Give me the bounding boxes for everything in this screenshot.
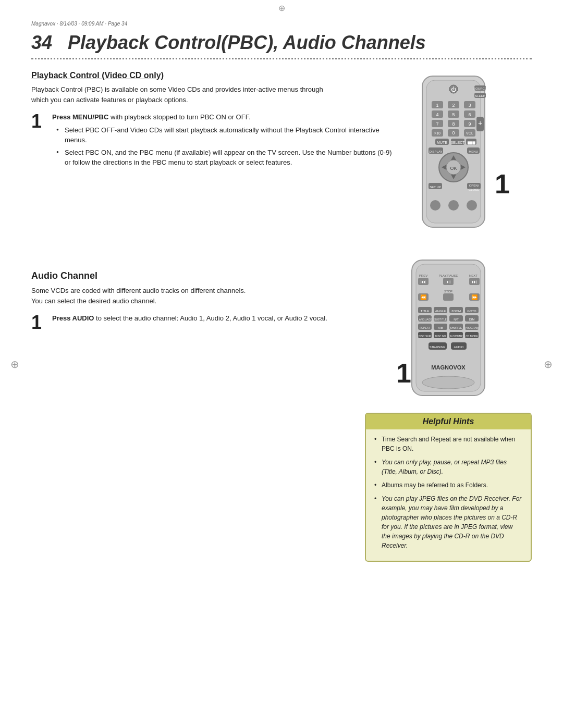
audio-step1-content: Press AUDIO to select the audio channel:… — [52, 313, 327, 324]
svg-text:MUTE: MUTE — [437, 141, 447, 144]
svg-text:SET UP: SET UP — [430, 186, 441, 189]
svg-text:⏩: ⏩ — [471, 294, 478, 301]
remote2-container: PREV PLAY/PAUSE NEXT ⏮ ⏯ ⏭ STOP — [365, 255, 532, 402]
reg-mark-right: ⊕ — [544, 358, 553, 371]
step1-bullets: Select PBC OFF-and Video CDs will start … — [52, 125, 396, 168]
svg-text:+: + — [478, 119, 482, 127]
svg-text:LANGUAGE: LANGUAGE — [418, 318, 432, 321]
svg-text:NEXT: NEXT — [469, 274, 478, 277]
audio-step1-text: to select the audio channel: Audio 1, Au… — [94, 314, 327, 322]
svg-text:3: 3 — [468, 103, 471, 108]
playback-intro: Playback Control (PBC) is available on s… — [31, 84, 323, 105]
svg-text:⏯: ⏯ — [446, 279, 451, 285]
svg-text:SHUFFLE: SHUFFLE — [450, 326, 462, 329]
svg-text:ZOOM: ZOOM — [451, 310, 461, 313]
svg-text:▇▇▇: ▇▇▇ — [467, 141, 475, 145]
remote2-svg: PREV PLAY/PAUSE NEXT ⏮ ⏯ ⏭ STOP — [401, 255, 495, 401]
remote1-badge: 1 — [495, 170, 510, 198]
svg-text:REPEAT: REPEAT — [420, 326, 430, 329]
svg-text:PREV: PREV — [419, 274, 427, 277]
svg-text:OK: OK — [450, 166, 457, 171]
svg-text:CD MODE: CD MODE — [466, 335, 478, 338]
audio-content: Audio Channel Some VCDs are coded with d… — [31, 255, 365, 337]
hint-3: Albums may be referred to as Folders. — [374, 480, 522, 490]
reg-mark-left: ⊕ — [10, 358, 19, 371]
svg-text:DIM: DIM — [469, 318, 475, 321]
playback-step1: 1 Press MENU/PBC with playback stopped t… — [31, 112, 396, 170]
step1-bold: Press MENU/PBC — [52, 113, 108, 121]
chapter-title-text: Playback Control(PBC), Audio Channels — [68, 32, 426, 53]
remote1-area: ⏻ SOURCE SLEEP 1 2 3 — [407, 71, 532, 239]
svg-text:7: 7 — [436, 121, 438, 127]
svg-text:TITLE: TITLE — [421, 310, 429, 313]
svg-text:⏮: ⏮ — [421, 279, 426, 285]
helpful-hints-box: Helpful Hints Time Search and Repeat are… — [365, 413, 532, 562]
step1-text: with playback stopped to turn PBC ON or … — [108, 113, 250, 121]
svg-point-57 — [448, 200, 459, 211]
svg-point-114 — [422, 376, 474, 389]
bullet2: Select PBC ON, and the PBC menu (if avai… — [56, 147, 396, 168]
svg-text:⏪: ⏪ — [420, 294, 427, 301]
svg-text:SOURCE: SOURCE — [473, 87, 487, 90]
audio-step1: 1 Press AUDIO to select the audio channe… — [31, 313, 354, 332]
svg-text:DISPLAY: DISPLAY — [430, 150, 443, 153]
hint-4: You can play JPEG files on the DVD Recei… — [374, 494, 522, 550]
svg-text:STRAINING: STRAINING — [430, 346, 445, 349]
reg-mark-top: ⊕ — [278, 3, 285, 13]
hint-1: Time Search and Repeat are not available… — [374, 435, 522, 453]
svg-point-58 — [467, 200, 477, 211]
chapter-divider — [31, 58, 532, 59]
svg-text:6: 6 — [468, 112, 471, 117]
bullet1: Select PBC OFF-and Video CDs will start … — [56, 125, 396, 145]
svg-text:GOTO: GOTO — [467, 310, 476, 313]
svg-text:N/T: N/T — [454, 318, 459, 321]
svg-text:>10: >10 — [434, 131, 440, 135]
svg-text:4: 4 — [436, 112, 438, 117]
svg-text:MENU: MENU — [469, 150, 478, 153]
svg-text:PLAY/PAUSE: PLAY/PAUSE — [439, 274, 458, 277]
chapter-number: 34 — [31, 32, 52, 53]
playback-heading: Playback Control (Video CD only) — [31, 71, 396, 80]
svg-text:■: ■ — [447, 294, 450, 300]
svg-text:1: 1 — [436, 103, 438, 108]
svg-text:SUBTITLE: SUBTITLE — [434, 318, 447, 321]
remote2-badge: 1 — [396, 360, 411, 387]
svg-text:CLOSE: CLOSE — [469, 188, 479, 191]
svg-text:A/B: A/B — [438, 326, 443, 329]
svg-text:2: 2 — [452, 103, 455, 108]
playback-content: Playback Control (Video CD only) Playbac… — [31, 71, 407, 175]
svg-text:OPEN/: OPEN/ — [469, 184, 479, 187]
svg-text:⏭: ⏭ — [472, 279, 477, 285]
audio-content-with-remote: Audio Channel Some VCDs are coded with d… — [31, 255, 532, 562]
helpful-hints-title: Helpful Hints — [366, 414, 531, 429]
svg-text:MAGNOVOX: MAGNOVOX — [431, 364, 466, 371]
svg-text:0: 0 — [452, 130, 455, 135]
step1-number: 1 — [31, 112, 46, 131]
chapter-title: 34 Playback Control(PBC), Audio Channels — [31, 32, 532, 54]
svg-text:SLOW/MMP: SLOW/MMP — [449, 335, 462, 338]
audio-step1-number: 1 — [31, 313, 46, 332]
svg-text:ANGLE: ANGLE — [435, 310, 446, 313]
svg-text:8: 8 — [452, 121, 455, 127]
svg-text:DISC SKIP: DISC SKIP — [419, 335, 432, 338]
step1-content: Press MENU/PBC with playback stopped to … — [52, 112, 396, 170]
svg-text:AUDIO: AUDIO — [454, 346, 463, 349]
remote1-container: ⏻ SOURCE SLEEP 1 2 3 — [407, 71, 500, 239]
svg-text:9: 9 — [468, 121, 471, 127]
svg-text:STOP: STOP — [444, 290, 452, 293]
svg-text:5: 5 — [452, 112, 455, 117]
header-line: Magnavox · 8/14/03 · 09:09 AM · Page 34 — [31, 21, 532, 27]
hint-2: You can only play, pause, or repeat MP3 … — [374, 458, 522, 476]
svg-text:⏻: ⏻ — [451, 87, 456, 92]
audio-intro-text: Some VCDs are coded with different audio… — [31, 287, 246, 305]
svg-text:PROGRAM: PROGRAM — [465, 326, 479, 329]
svg-text:SELECT: SELECT — [450, 141, 465, 144]
svg-text:SLEEP: SLEEP — [475, 94, 485, 97]
audio-intro: Some VCDs are coded with different audio… — [31, 286, 323, 306]
remote1-svg: ⏻ SOURCE SLEEP 1 2 3 — [407, 71, 500, 238]
svg-point-56 — [430, 200, 440, 211]
svg-text:DISC NO: DISC NO — [435, 335, 446, 338]
page-container: ⊕ ⊕ ⊕ Magnavox · 8/14/03 · 09:09 AM · Pa… — [0, 0, 563, 728]
playback-section: Playback Control (Video CD only) Playbac… — [31, 71, 532, 239]
helpful-hints-list: Time Search and Repeat are not available… — [374, 435, 522, 550]
